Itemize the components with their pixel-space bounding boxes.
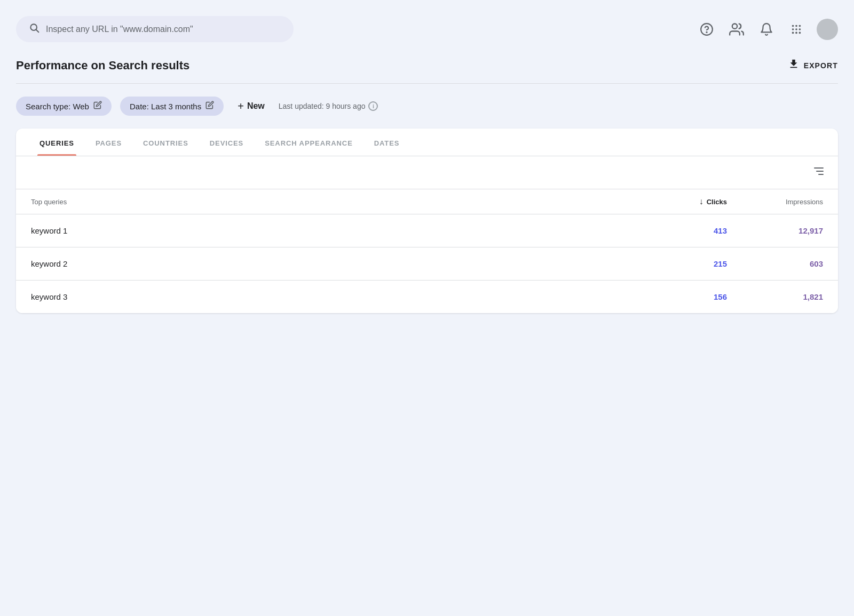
search-placeholder-text: Inspect any URL in "www.domain.com" <box>46 25 193 34</box>
last-updated-text: Last updated: 9 hours ago i <box>279 101 378 111</box>
search-type-label: Search type: Web <box>26 102 89 111</box>
page-header: Performance on Search results EXPORT <box>16 58 838 73</box>
tab-devices[interactable]: DEVICES <box>199 129 254 156</box>
svg-point-4 <box>732 23 737 28</box>
new-filter-label: New <box>247 101 265 111</box>
tab-search-appearance[interactable]: SEARCH APPEARANCE <box>254 129 363 156</box>
apps-grid-icon-button[interactable] <box>787 20 806 39</box>
table-row: keyword 2 215 603 <box>16 247 838 281</box>
col-header-query: Top queries <box>31 198 642 206</box>
col-header-clicks: ↓ Clicks <box>642 197 727 206</box>
search-type-filter-chip[interactable]: Search type: Web <box>16 97 112 116</box>
row-impressions-1[interactable]: 12,917 <box>727 226 823 235</box>
filter-lines-icon[interactable] <box>812 165 825 180</box>
table-header-row: Top queries ↓ Clicks Impressions <box>16 189 838 214</box>
col-header-impressions: Impressions <box>727 198 823 206</box>
card-filter-row <box>16 156 838 189</box>
notifications-icon-button[interactable] <box>757 20 776 39</box>
page-title: Performance on Search results <box>16 59 189 73</box>
export-label: EXPORT <box>804 61 838 70</box>
plus-icon: + <box>238 100 244 113</box>
svg-point-5 <box>792 25 794 27</box>
table-row: keyword 3 156 1,821 <box>16 281 838 313</box>
svg-line-1 <box>36 30 39 33</box>
export-download-icon <box>788 58 800 73</box>
row-clicks-1[interactable]: 413 <box>642 226 727 235</box>
row-query-2: keyword 2 <box>31 259 642 268</box>
manage-users-icon-button[interactable] <box>727 20 746 39</box>
last-updated-info-icon[interactable]: i <box>368 101 378 111</box>
last-updated-label: Last updated: 9 hours ago <box>279 102 366 110</box>
row-impressions-3[interactable]: 1,821 <box>727 292 823 301</box>
row-clicks-2[interactable]: 215 <box>642 259 727 268</box>
date-edit-icon <box>205 101 214 111</box>
row-query-3: keyword 3 <box>31 292 642 301</box>
new-filter-button[interactable]: + New <box>232 97 270 116</box>
tab-pages[interactable]: PAGES <box>85 129 132 156</box>
svg-point-12 <box>795 31 797 34</box>
sort-arrow-icon: ↓ <box>699 197 703 206</box>
date-label: Date: Last 3 months <box>130 102 201 111</box>
svg-point-10 <box>799 28 801 30</box>
tabs-row: QUERIES PAGES COUNTRIES DEVICES SEARCH A… <box>16 129 838 156</box>
row-query-1: keyword 1 <box>31 226 642 235</box>
search-type-edit-icon <box>93 101 102 111</box>
tab-dates[interactable]: DATES <box>363 129 410 156</box>
date-filter-chip[interactable]: Date: Last 3 months <box>120 97 224 116</box>
export-button[interactable]: EXPORT <box>788 58 838 73</box>
queries-table: Top queries ↓ Clicks Impressions keyword… <box>16 189 838 313</box>
row-clicks-3[interactable]: 156 <box>642 292 727 301</box>
svg-point-6 <box>795 25 797 27</box>
filter-bar: Search type: Web Date: Last 3 months + N… <box>16 97 838 116</box>
tab-countries[interactable]: COUNTRIES <box>132 129 199 156</box>
main-card: QUERIES PAGES COUNTRIES DEVICES SEARCH A… <box>16 129 838 313</box>
svg-point-7 <box>799 25 801 27</box>
svg-point-13 <box>799 31 801 34</box>
header-divider <box>16 83 838 84</box>
help-icon-button[interactable] <box>697 20 716 39</box>
top-icons-group <box>697 19 838 40</box>
svg-point-8 <box>792 28 794 30</box>
row-impressions-2[interactable]: 603 <box>727 259 823 268</box>
url-search-bar[interactable]: Inspect any URL in "www.domain.com" <box>16 16 294 42</box>
svg-point-11 <box>792 31 794 34</box>
avatar[interactable] <box>817 19 838 40</box>
search-icon <box>29 22 39 36</box>
top-bar: Inspect any URL in "www.domain.com" <box>16 11 838 42</box>
table-row: keyword 1 413 12,917 <box>16 214 838 247</box>
svg-point-9 <box>795 28 797 30</box>
tab-queries[interactable]: QUERIES <box>29 129 85 156</box>
